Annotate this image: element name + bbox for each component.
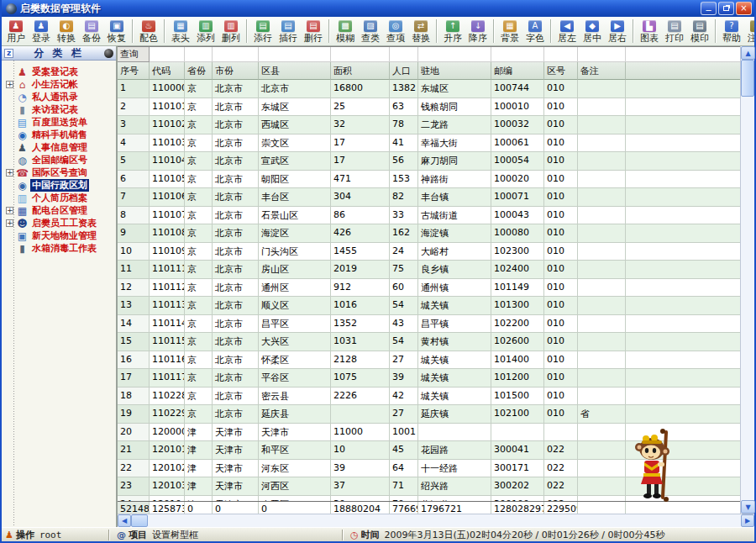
table-cell[interactable]: 300202 xyxy=(491,477,544,496)
table-cell[interactable]: 54 xyxy=(390,297,418,315)
table-cell[interactable]: 64 xyxy=(390,460,418,478)
table-cell[interactable]: 宣武区 xyxy=(259,152,331,171)
table-cell[interactable]: 8 xyxy=(118,207,150,225)
table-cell[interactable]: 1016 xyxy=(331,297,390,315)
table-cell[interactable] xyxy=(578,134,626,153)
table-cell[interactable]: 京 xyxy=(185,98,213,117)
table-cell[interactable]: 钱粮胡同 xyxy=(418,98,491,117)
query-cell[interactable] xyxy=(150,47,185,62)
table-cell[interactable]: 110101 xyxy=(150,98,185,117)
table-cell[interactable]: 162 xyxy=(390,224,418,243)
vertical-scrollbar[interactable]: ▲ ▼ xyxy=(740,46,754,514)
table-cell[interactable]: 15 xyxy=(118,333,150,351)
table-cell[interactable]: 010 xyxy=(544,333,578,351)
table-cell[interactable]: 153 xyxy=(390,171,418,189)
horizontal-scroll-track[interactable] xyxy=(148,514,741,527)
table-cell[interactable]: 天津市 xyxy=(213,424,259,442)
horizontal-scrollbar[interactable]: ◀ ▶ xyxy=(118,514,754,527)
sidebar-item[interactable]: ◍全国邮编区号 xyxy=(2,154,116,166)
table-cell[interactable]: 9 xyxy=(118,224,150,243)
chart-button[interactable]: ▙图表 xyxy=(637,18,662,45)
table-cell[interactable] xyxy=(578,279,626,298)
table-cell[interactable]: 京 xyxy=(185,387,213,406)
help-button[interactable]: ?帮助 xyxy=(719,18,744,45)
table-cell[interactable]: 房山区 xyxy=(259,261,331,279)
table-cell[interactable]: 101200 xyxy=(491,369,544,387)
table-cell[interactable]: 京 xyxy=(185,297,213,315)
table-cell[interactable]: 41 xyxy=(390,134,418,153)
table-cell[interactable]: 101400 xyxy=(491,351,544,370)
table-cell[interactable]: 城关镇 xyxy=(418,297,491,315)
column-header-3[interactable]: 省份 xyxy=(185,62,213,80)
table-cell[interactable]: 102100 xyxy=(491,405,544,424)
table-cell[interactable]: 2 xyxy=(118,98,150,117)
table-cell[interactable]: 110000 xyxy=(150,80,185,98)
table-cell[interactable]: 010 xyxy=(544,351,578,370)
table-cell[interactable]: 大兴区 xyxy=(259,333,331,351)
table-cell[interactable]: 32 xyxy=(331,116,390,134)
table-cell[interactable]: 42 xyxy=(390,387,418,406)
table-cell[interactable]: 顺义区 xyxy=(259,297,331,315)
table-cell[interactable]: 京 xyxy=(185,171,213,189)
sidebar-item[interactable]: ▮水箱消毒工作表 xyxy=(2,242,116,255)
add-column-button[interactable]: ▥添列 xyxy=(193,18,218,45)
table-cell[interactable]: 102200 xyxy=(491,315,544,334)
table-cell[interactable]: 3 xyxy=(118,116,150,134)
table-cell[interactable]: 100061 xyxy=(491,134,544,153)
table-cell[interactable]: 10 xyxy=(331,441,390,460)
table-cell[interactable]: 6 xyxy=(118,171,150,189)
table-cell[interactable]: 022 xyxy=(544,441,578,460)
query-cell[interactable] xyxy=(578,47,626,62)
table-cell[interactable] xyxy=(491,424,544,442)
table-cell[interactable] xyxy=(578,152,626,171)
template-print-button[interactable]: ▤模印 xyxy=(687,18,712,45)
query-cell[interactable] xyxy=(259,47,331,62)
align-right-button[interactable]: ▶居右 xyxy=(605,18,630,45)
table-cell[interactable]: 崇文区 xyxy=(259,134,331,153)
table-cell[interactable]: 100054 xyxy=(491,152,544,171)
backup-button[interactable]: ▤备份 xyxy=(79,18,104,45)
fuzzy-search-button[interactable]: ▩模糊 xyxy=(333,18,358,45)
table-cell[interactable]: 北京市 xyxy=(213,261,259,279)
table-cell[interactable]: 西城区 xyxy=(259,116,331,134)
query-cell[interactable] xyxy=(418,47,491,62)
table-cell[interactable]: 天津市 xyxy=(259,424,331,442)
table-cell[interactable]: 天津市 xyxy=(213,460,259,478)
table-cell[interactable]: 010 xyxy=(544,369,578,387)
table-cell[interactable]: 北京市 xyxy=(213,243,259,261)
table-cell[interactable]: 古城街道 xyxy=(418,207,491,225)
table-cell[interactable]: 津 xyxy=(185,460,213,478)
table-cell[interactable] xyxy=(544,424,578,442)
table-cell[interactable]: 京 xyxy=(185,351,213,370)
table-cell[interactable]: 北京市 xyxy=(213,297,259,315)
sidebar-item[interactable]: ◉精科手机销售 xyxy=(2,129,116,141)
table-cell[interactable]: 33 xyxy=(390,207,418,225)
table-cell[interactable]: 北京市 xyxy=(213,315,259,334)
table-cell[interactable]: 110109 xyxy=(150,243,185,261)
table-cell[interactable]: 37 xyxy=(331,477,390,496)
table-cell[interactable]: 十一经路 xyxy=(418,460,491,478)
table-cell[interactable]: 010 xyxy=(544,279,578,298)
table-cell[interactable]: 43 xyxy=(390,315,418,334)
replace-button[interactable]: ⇄替换 xyxy=(408,18,433,45)
table-cell[interactable]: 23 xyxy=(118,477,150,496)
table-cell[interactable]: 102400 xyxy=(491,261,544,279)
sidebar-item[interactable]: ♟受案登记表 xyxy=(2,66,116,78)
table-cell[interactable]: 石景山区 xyxy=(259,207,331,225)
table-cell[interactable] xyxy=(578,207,626,225)
table-cell[interactable]: 1455 xyxy=(331,243,390,261)
table-cell[interactable] xyxy=(578,387,626,406)
table-cell[interactable]: 110107 xyxy=(150,207,185,225)
table-cell[interactable]: 北京市 xyxy=(213,224,259,243)
table-cell[interactable]: 延庆镇 xyxy=(418,405,491,424)
table-cell[interactable]: 010 xyxy=(544,98,578,117)
table-cell[interactable]: 海淀区 xyxy=(259,224,331,243)
print-button[interactable]: ▤打印 xyxy=(662,18,687,45)
vertical-scroll-thumb[interactable] xyxy=(741,60,754,97)
expand-icon[interactable]: + xyxy=(6,169,13,177)
table-cell[interactable]: 22 xyxy=(118,460,150,478)
table-cell[interactable]: 2019 xyxy=(331,261,390,279)
table-cell[interactable]: 北京市 xyxy=(213,98,259,117)
table-cell[interactable]: 120102 xyxy=(150,460,185,478)
table-cell[interactable]: 北京市 xyxy=(213,405,259,424)
